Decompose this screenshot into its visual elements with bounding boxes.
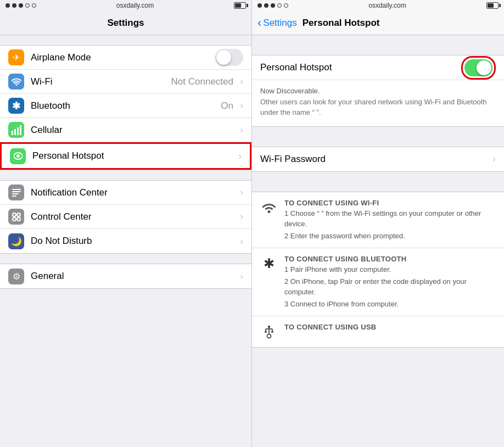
back-label-text: Settings <box>263 18 296 29</box>
row-dnd[interactable]: 🌙 Do Not Disturb › <box>0 229 251 253</box>
instr-wifi-icon <box>260 199 278 216</box>
svg-point-12 <box>17 217 20 221</box>
instruction-wifi: TO CONNECT USING WI-FI 1 Choose “ ” from… <box>252 192 504 249</box>
back-button[interactable]: ‹ Settings <box>257 16 297 30</box>
dot2 <box>12 3 16 8</box>
wifi-password-section: Wi-Fi Password › <box>252 147 504 172</box>
svg-point-4 <box>16 154 20 158</box>
section-gap-3 <box>0 254 251 264</box>
svg-rect-6 <box>12 191 21 192</box>
airplane-toggle-switch[interactable] <box>215 49 243 66</box>
instr-usb-icon <box>260 323 278 340</box>
wifi-label: Wi-Fi <box>31 76 171 87</box>
right-title: Personal Hotspot <box>303 18 380 29</box>
instr-bluetooth-text: TO CONNECT USING BLUETOOTH 1 Pair iPhone… <box>284 255 496 309</box>
hotspot-main-label: Personal Hotspot <box>260 62 461 73</box>
row-general[interactable]: ⚙ General › <box>0 264 251 288</box>
hotspot-toggle-section: Personal Hotspot Now Discoverable. Other… <box>252 55 504 127</box>
row-notification[interactable]: Notification Center › <box>0 181 251 205</box>
wifi-chevron: › <box>240 76 243 87</box>
instruction-bluetooth: ✱ TO CONNECT USING BLUETOOTH 1 Pair iPho… <box>252 248 504 316</box>
rdot4 <box>277 3 282 8</box>
hotspot-toggle-highlight-box <box>461 56 496 80</box>
instr-bt-step2: 2 On iPhone, tap Pair or enter the code … <box>284 276 496 298</box>
row-hotspot[interactable]: Personal Hotspot › <box>0 142 251 170</box>
airplane-toggle[interactable] <box>215 49 243 66</box>
section-gap-1 <box>0 35 251 45</box>
notification-label: Notification Center <box>31 187 238 198</box>
instr-usb-title: TO CONNECT USING USB <box>284 323 496 331</box>
row-bluetooth[interactable]: ✱ Bluetooth On › <box>0 94 251 118</box>
wifi-password-row[interactable]: Wi-Fi Password › <box>252 147 504 171</box>
row-cellular[interactable]: Cellular › <box>0 118 251 142</box>
notification-chevron: › <box>240 187 243 198</box>
notification-icon <box>8 185 24 200</box>
instr-bluetooth-icon: ✱ <box>260 255 278 272</box>
bluetooth-label: Bluetooth <box>31 100 221 111</box>
hotspot-toggle-on[interactable] <box>464 59 492 76</box>
section-gap-2 <box>0 170 251 180</box>
right-signal-dots <box>257 3 288 8</box>
hotspot-toggle-wrapper[interactable] <box>461 56 496 80</box>
right-status-bar: osxdaily.com <box>252 0 504 11</box>
instr-usb-text: TO CONNECT USING USB <box>284 323 496 331</box>
left-status-bar: osxdaily.com <box>0 0 251 11</box>
instr-wifi-text: TO CONNECT USING WI-FI 1 Choose “ ” from… <box>284 199 496 242</box>
airplane-icon: ✈ <box>8 49 24 65</box>
svg-rect-20 <box>265 331 267 333</box>
bluetooth-icon: ✱ <box>8 98 24 114</box>
control-chevron: › <box>240 211 243 222</box>
rdot3 <box>271 3 275 8</box>
svg-rect-2 <box>17 127 19 135</box>
cellular-chevron: › <box>240 124 243 136</box>
group-system: Notification Center › Control Center › <box>0 180 251 254</box>
svg-rect-1 <box>14 129 16 135</box>
right-gap-2 <box>252 127 504 137</box>
right-url: osxdaily.com <box>368 2 406 9</box>
group-network: ✈ Airplane Mode Wi-Fi Not Connected › <box>0 45 251 170</box>
battery-fill <box>235 3 241 8</box>
instr-wifi-step2: 2 Enter the password when prompted. <box>284 231 496 242</box>
svg-point-11 <box>13 217 16 221</box>
right-battery-fill <box>488 3 494 8</box>
right-content: Personal Hotspot Now Discoverable. Other… <box>252 35 504 447</box>
svg-rect-7 <box>12 193 19 194</box>
general-label: General <box>31 271 238 282</box>
wifi-value: Not Connected <box>171 76 233 87</box>
right-nav-bar: ‹ Settings Personal Hotspot <box>252 11 504 35</box>
svg-point-9 <box>13 213 16 216</box>
instr-bt-step1: 1 Pair iPhone with your computer. <box>284 264 496 275</box>
hotspot-icon <box>10 148 26 164</box>
left-battery-icon <box>234 2 246 9</box>
bluetooth-chevron: › <box>240 100 243 111</box>
row-control[interactable]: Control Center › <box>0 205 251 229</box>
rdot2 <box>264 3 268 8</box>
general-chevron: › <box>240 271 243 282</box>
discoverable-title: Now Discoverable. <box>260 87 320 95</box>
dot4 <box>25 3 30 8</box>
svg-rect-3 <box>20 125 21 135</box>
signal-dots <box>5 3 36 8</box>
row-airplane[interactable]: ✈ Airplane Mode <box>0 46 251 70</box>
instruction-usb: TO CONNECT USING USB <box>252 316 504 347</box>
svg-rect-5 <box>12 189 21 190</box>
left-url: osxdaily.com <box>116 2 154 9</box>
rdot5 <box>284 3 288 8</box>
right-panel: osxdaily.com ‹ Settings Personal Hotspot… <box>252 0 504 447</box>
row-wifi[interactable]: Wi-Fi Not Connected › <box>0 70 251 94</box>
dot1 <box>5 3 10 8</box>
dnd-label: Do Not Disturb <box>31 236 238 247</box>
left-panel: osxdaily.com Settings ✈ Airplane Mode <box>0 0 252 447</box>
right-gap-3 <box>252 172 504 182</box>
svg-rect-8 <box>12 195 16 197</box>
left-nav-bar: Settings <box>0 11 251 35</box>
wifi-password-chevron: › <box>492 153 496 165</box>
group-general: ⚙ General › <box>0 264 251 289</box>
back-chevron-icon: ‹ <box>257 16 261 30</box>
dnd-icon: 🌙 <box>8 233 24 249</box>
right-battery-icon <box>486 2 499 9</box>
control-icon <box>8 209 24 225</box>
svg-rect-13 <box>268 326 270 328</box>
left-title: Settings <box>107 18 144 29</box>
general-icon: ⚙ <box>8 269 24 284</box>
